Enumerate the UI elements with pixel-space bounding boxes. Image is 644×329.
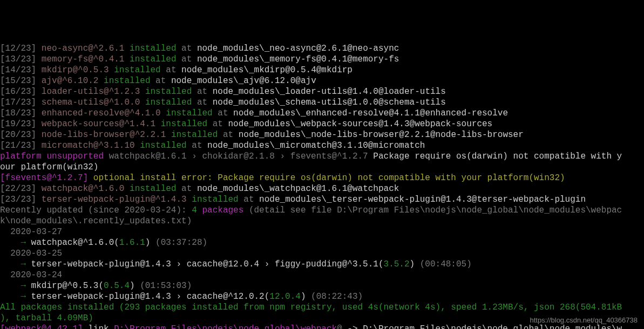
terminal-line: → terser-webpack-plugin@1.4.3 › cacache@…	[0, 259, 644, 270]
terminal-line: platform unsupported watchpack@1.6.1 › c…	[0, 151, 644, 162]
terminal-line: [22/23] watchpack@^1.6.0 installed at no…	[0, 183, 644, 194]
terminal-line: [15/23] ajv@^6.10.2 installed at node_mo…	[0, 76, 644, 86]
terminal-line: [14/23] mkdirp@^0.5.3 installed at node_…	[0, 65, 644, 76]
terminal-line: k\node_modules\.recently_updates.txt)	[0, 216, 644, 227]
terminal-line: → terser-webpack-plugin@1.4.3 › cacache@…	[0, 291, 644, 302]
terminal-line: our platform(win32)	[0, 162, 644, 173]
terminal-line: [17/23] schema-utils@^1.0.0 installed at…	[0, 97, 644, 108]
terminal-line: [20/23] node-libs-browser@^2.2.1 install…	[0, 129, 644, 140]
terminal-line: [fsevents@^1.2.7] optional install error…	[0, 173, 644, 183]
watermark-text: https://blog.csdn.net/qq_40366738	[530, 315, 638, 326]
terminal-line: [16/23] loader-utils@^1.2.3 installed at…	[0, 86, 644, 97]
terminal-line: 2020-03-27	[0, 227, 644, 237]
terminal-line: [21/23] micromatch@^3.1.10 installed at …	[0, 140, 644, 151]
terminal-line: [13/23] memory-fs@^0.4.1 installed at no…	[0, 54, 644, 65]
terminal-line: [12/23] neo-async@^2.6.1 installed at no…	[0, 43, 644, 54]
terminal-line: All packages installed (293 packages ins…	[0, 302, 644, 313]
terminal-line: → mkdirp@^0.5.3(0.5.4) (01:53:03)	[0, 280, 644, 291]
terminal-line: 2020-03-24	[0, 270, 644, 280]
terminal-line: [23/23] terser-webpack-plugin@^1.4.3 ins…	[0, 194, 644, 205]
terminal-line: 2020-03-25	[0, 248, 644, 259]
terminal-line: [18/23] enhanced-resolve@^4.1.0 installe…	[0, 108, 644, 119]
terminal-line: → watchpack@^1.6.0(1.6.1) (03:37:28)	[0, 237, 644, 248]
terminal-line: [19/23] webpack-sources@^1.4.1 installed…	[0, 119, 644, 129]
terminal-line: Recently updated (since 2020-03-24): 4 p…	[0, 205, 644, 216]
terminal-output[interactable]: [12/23] neo-async@^2.6.1 installed at no…	[0, 43, 644, 329]
